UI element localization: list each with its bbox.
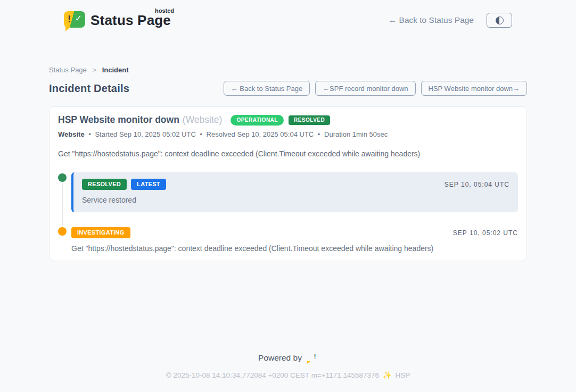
header-back-link[interactable]: ← Back to Status Page — [389, 15, 474, 25]
mini-logo-tail — [307, 361, 310, 364]
contrast-icon — [496, 16, 504, 24]
brand-superscript: hosted — [155, 7, 174, 14]
resolved-dot-icon — [58, 173, 67, 182]
brand-name: Status Page — [90, 12, 171, 28]
timeline-timestamp: SEP 10, 05:02 UTC — [453, 229, 518, 237]
investigating-status-badge: INVESTIGATING — [71, 227, 130, 238]
incident-nav-buttons: ← Back to Status Page ←SPF record monito… — [224, 81, 527, 96]
meta-started: Started Sep 10, 2025 05:02 UTC — [95, 130, 195, 138]
latest-status-badge: LATEST — [131, 179, 166, 190]
meta-resolved: Resolved Sep 10, 2025 05:04 UTC — [207, 130, 314, 138]
copyright-suffix: HSP — [395, 371, 410, 379]
copyright-text: © 2025-10-08 14:10:34.772084 +0200 CEST … — [166, 371, 379, 379]
status-page-mini-logo-icon: ! ✓ — [306, 353, 318, 363]
timeline-entry-highlighted: RESOLVED LATEST SEP 10, 05:04 UTC Servic… — [71, 172, 518, 212]
incident-card: HSP Website monitor down (Website) OPERA… — [49, 106, 527, 261]
next-incident-button[interactable]: HSP Website monitor down→ — [421, 81, 527, 96]
page-footer: Powered by ! ✓ © 2025-10-08 14:10:34.772… — [0, 353, 576, 379]
powered-by-link[interactable]: Powered by ! ✓ — [258, 353, 318, 363]
timeline-entry-badges: RESOLVED LATEST — [82, 179, 166, 190]
breadcrumb-separator: > — [92, 66, 96, 74]
header-right: ← Back to Status Page — [389, 13, 512, 28]
meta-component: Website — [58, 130, 85, 138]
timeline-gutter — [58, 226, 71, 253]
incident-description: Get "https://hostedstatus.page": context… — [58, 149, 518, 158]
investigating-dot-icon — [58, 227, 67, 236]
timeline-entry-plain: INVESTIGATING SEP 10, 05:02 UTC Get "htt… — [71, 226, 518, 253]
incident-card-header: HSP Website monitor down (Website) OPERA… — [58, 114, 518, 126]
timeline-message: Get "https://hostedstatus.page": context… — [71, 244, 518, 253]
timeline-message: Service restored — [82, 196, 509, 204]
operational-badge: OPERATIONAL — [231, 115, 284, 126]
timeline-entry-head: INVESTIGATING SEP 10, 05:02 UTC — [71, 227, 518, 238]
breadcrumb-status-page[interactable]: Status Page — [49, 66, 87, 74]
main-content: Status Page > Incident Incident Details … — [49, 66, 527, 261]
exclamation-icon: ! — [68, 13, 71, 25]
timeline-entry-badges: INVESTIGATING — [71, 227, 130, 238]
logo-bubble: ! ✓ — [64, 11, 85, 28]
breadcrumb-incident: Incident — [102, 66, 129, 74]
meta-separator: • — [200, 130, 202, 138]
timeline-timestamp: SEP 10, 05:04 UTC — [445, 181, 509, 188]
sparkles-icon: ✨ — [383, 371, 392, 379]
incident-component: (Website) — [183, 114, 223, 126]
timeline-entry: RESOLVED LATEST SEP 10, 05:04 UTC Servic… — [58, 172, 518, 212]
meta-separator: • — [318, 130, 320, 138]
page-title: Incident Details — [49, 82, 129, 95]
resolved-badge: RESOLVED — [289, 115, 330, 125]
breadcrumb: Status Page > Incident — [49, 66, 527, 74]
incident-title: HSP Website monitor down — [58, 114, 179, 126]
resolved-status-badge: RESOLVED — [82, 179, 127, 190]
timeline-entry-head: RESOLVED LATEST SEP 10, 05:04 UTC — [82, 179, 509, 190]
brand-logo: ! ✓ Status Page hosted — [64, 11, 173, 29]
incident-status-badges: OPERATIONAL RESOLVED — [231, 115, 330, 126]
app-header: ! ✓ Status Page hosted ← Back to Status … — [0, 0, 576, 33]
status-page-logo-icon: ! ✓ — [64, 11, 85, 29]
meta-separator: • — [88, 130, 91, 138]
timeline-gutter — [58, 172, 71, 212]
powered-by-label: Powered by — [258, 353, 302, 363]
back-to-status-page-button[interactable]: ← Back to Status Page — [224, 81, 310, 96]
brand-text: Status Page hosted — [90, 12, 173, 29]
meta-duration: Duration 1min 50sec — [324, 130, 388, 138]
prev-incident-button[interactable]: ←SPF record monitor down — [315, 81, 415, 96]
timeline-entry: INVESTIGATING SEP 10, 05:02 UTC Get "htt… — [58, 226, 518, 253]
copyright-line: © 2025-10-08 14:10:34.772084 +0200 CEST … — [0, 371, 576, 379]
checkmark-icon: ✓ — [75, 13, 82, 23]
incident-timeline: RESOLVED LATEST SEP 10, 05:04 UTC Servic… — [58, 172, 518, 253]
incident-meta: Website • Started Sep 10, 2025 05:02 UTC… — [58, 130, 518, 138]
title-row: Incident Details ← Back to Status Page ←… — [49, 81, 527, 96]
logo-tail — [65, 27, 71, 31]
theme-toggle-button[interactable] — [487, 13, 512, 28]
